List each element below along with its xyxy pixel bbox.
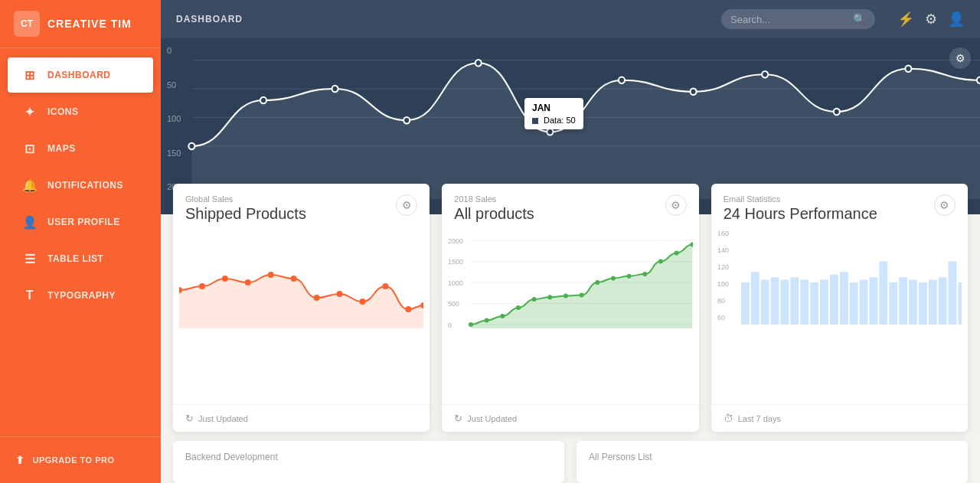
svg-rect-61	[919, 282, 927, 325]
svg-point-1	[199, 283, 205, 289]
svg-text:500: 500	[448, 300, 459, 308]
svg-point-6	[314, 295, 320, 301]
svg-point-33	[643, 272, 648, 276]
chart-dot-1[interactable]	[260, 97, 266, 103]
sidebar-item-label: MAPS	[47, 143, 76, 154]
card-chart-svg	[179, 229, 423, 328]
svg-point-3	[245, 279, 251, 286]
svg-rect-65	[958, 282, 962, 325]
svg-point-23	[485, 318, 489, 323]
sidebar-item-label: TYPOGRAPHY	[47, 290, 116, 301]
typography-icon: T	[21, 287, 38, 304]
chart-dot-6[interactable]	[619, 77, 625, 83]
chart-dot-7[interactable]	[691, 89, 697, 95]
user-profile-icon: 👤	[21, 214, 38, 230]
chart-dot-3[interactable]	[403, 117, 410, 123]
svg-point-35	[675, 251, 679, 256]
card-footer-icon: ↻	[185, 413, 194, 424]
svg-rect-60	[909, 280, 917, 325]
chart-fill	[191, 63, 980, 199]
card-footer: ↻ Just Updated	[173, 404, 430, 432]
svg-text:120: 120	[717, 263, 729, 271]
icons-icon: ✦	[21, 103, 38, 120]
card-subtitle: 2018 Sales	[454, 194, 534, 204]
sidebar-logo[interactable]: CT CREATIVE TIM	[0, 0, 161, 48]
sidebar-item-table-list[interactable]: ☰ TABLE LIST	[8, 241, 153, 276]
svg-point-29	[580, 293, 584, 298]
card-chart-svg: 2000150010005000	[448, 229, 692, 328]
sidebar-item-notifications[interactable]: 🔔 NOTIFICATIONS	[8, 168, 153, 203]
sidebar-nav: ⊞ DASHBOARD ✦ ICONS ⊡ MAPS 🔔 NOTIFICATIO…	[0, 48, 161, 436]
card-text: 2018 Sales All products	[454, 194, 534, 223]
bottom-card-title: Backend Development	[185, 452, 552, 462]
sidebar-item-label: NOTIFICATIONS	[47, 180, 123, 191]
card-chart-svg: 1601401201008060	[717, 229, 962, 328]
chart-dot-9[interactable]	[834, 109, 840, 115]
svg-rect-57	[879, 262, 887, 325]
svg-point-31	[611, 276, 616, 281]
chart-dot-2[interactable]	[332, 86, 338, 92]
svg-point-22	[469, 322, 473, 327]
svg-point-2	[222, 276, 228, 282]
chart-dot-11[interactable]	[977, 77, 980, 83]
svg-text:60: 60	[717, 314, 725, 321]
svg-point-34	[658, 259, 663, 264]
chart-dot-0[interactable]	[188, 143, 194, 149]
chart-dot-10[interactable]	[905, 66, 911, 72]
svg-point-8	[360, 299, 366, 305]
chart-dot-8[interactable]	[762, 71, 768, 77]
upgrade-icon: ⬆	[15, 454, 25, 466]
user-icon[interactable]: 👤	[948, 11, 965, 28]
sidebar-item-maps[interactable]: ⊡ MAPS	[8, 131, 153, 166]
activity-icon[interactable]: ⚡	[897, 11, 914, 28]
svg-text:160: 160	[717, 230, 729, 237]
card-settings-button[interactable]: ⚙	[396, 194, 417, 216]
sidebar-logo-icon: CT	[14, 11, 40, 37]
sidebar-item-icons[interactable]: ✦ ICONS	[8, 94, 153, 129]
chart-tooltip-dot	[532, 118, 538, 124]
card-header: Email Statistics 24 Hours Performance ⚙	[711, 184, 968, 229]
bottom-card-backend-dev: Backend Development	[173, 441, 564, 483]
svg-point-24	[501, 314, 505, 318]
svg-rect-62	[928, 280, 936, 325]
sidebar-item-dashboard[interactable]: ⊞ DASHBOARD	[8, 57, 153, 93]
card-subtitle: Global Sales	[185, 194, 306, 204]
card-settings-button[interactable]: ⚙	[665, 194, 687, 216]
svg-point-28	[564, 294, 568, 299]
svg-rect-56	[869, 277, 877, 325]
card-settings-button[interactable]: ⚙	[934, 194, 956, 216]
svg-rect-58	[889, 282, 897, 325]
search-input[interactable]	[730, 14, 853, 25]
svg-point-27	[548, 295, 553, 299]
card-title: 24 Hours Performance	[724, 205, 877, 223]
chart-dot-5[interactable]	[547, 129, 553, 135]
chart-dot-4[interactable]	[475, 60, 482, 66]
card-chart: 1601401201008060	[711, 229, 968, 404]
svg-rect-46	[770, 277, 779, 325]
main-content: DASHBOARD 🔍 ⚡ ⚙ 👤 200150100500 JAN Data:…	[161, 0, 980, 483]
svg-rect-63	[938, 277, 946, 325]
svg-rect-53	[839, 272, 848, 325]
chart-tooltip-value: Data: 50	[544, 116, 576, 125]
svg-point-10	[405, 306, 411, 312]
chart-settings-button[interactable]: ⚙	[949, 47, 971, 69]
card-header: 2018 Sales All products ⚙	[442, 184, 698, 229]
card-footer-text: Just Updated	[198, 414, 248, 423]
card-header: Global Sales Shipped Products ⚙	[173, 184, 430, 229]
card-shipped-products: Global Sales Shipped Products ⚙ ↻ Just U…	[173, 184, 430, 432]
svg-text:140: 140	[717, 246, 729, 254]
header: DASHBOARD 🔍 ⚡ ⚙ 👤	[161, 0, 980, 38]
svg-text:2000: 2000	[448, 237, 463, 245]
search-icon[interactable]: 🔍	[853, 13, 866, 25]
sidebar-item-user-profile[interactable]: 👤 USER PROFILE	[8, 204, 153, 240]
svg-rect-48	[790, 277, 799, 325]
sidebar-item-typography[interactable]: T TYPOGRAPHY	[8, 278, 153, 313]
svg-rect-43	[741, 282, 750, 325]
chart-tooltip: JAN Data: 50	[524, 98, 583, 129]
upgrade-button[interactable]: ⬆ UPGRADE TO PRO	[8, 448, 153, 472]
settings-icon[interactable]: ⚙	[925, 11, 937, 28]
upgrade-label: UPGRADE TO PRO	[33, 455, 115, 465]
card-footer-icon: ⏱	[724, 413, 733, 424]
svg-rect-55	[859, 280, 867, 325]
svg-text:1000: 1000	[448, 279, 463, 287]
